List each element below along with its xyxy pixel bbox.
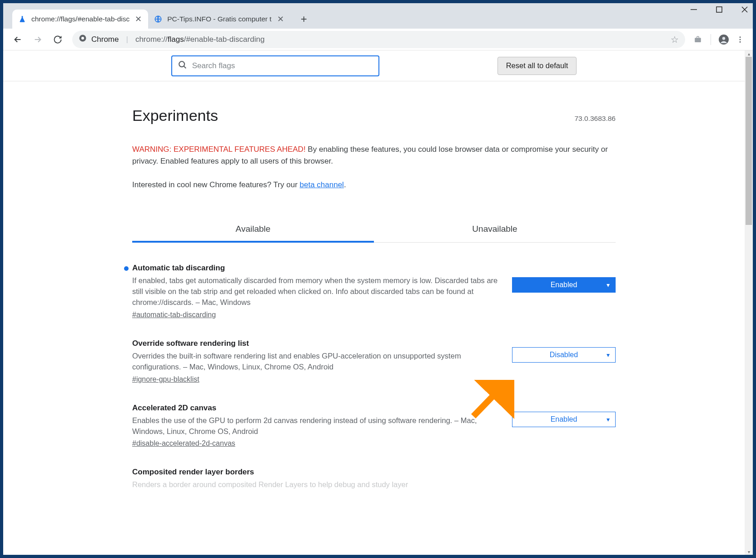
svg-line-14 <box>184 66 186 68</box>
browser-toolbar: Chrome | chrome://flags/#enable-tab-disc… <box>3 29 753 50</box>
scroll-up-arrow[interactable]: ▴ <box>745 50 753 57</box>
reset-all-button[interactable]: Reset all to default <box>497 57 577 75</box>
omnibox-url: chrome://flags/#enable-tab-discarding <box>135 35 264 44</box>
flag-description: Enables the use of the GPU to perform 2d… <box>132 415 501 437</box>
flags-tab-row: Available Unavailable <box>132 218 616 243</box>
flag-dropdown[interactable]: Enabled <box>512 412 616 427</box>
flag-description: If enabled, tabs get automatically disca… <box>132 275 501 308</box>
flag-title: Composited render layer borders <box>132 468 605 477</box>
minimize-button[interactable] <box>689 5 698 14</box>
browser-window: chrome://flags/#enable-tab-disc ✕ PC-Tip… <box>3 3 753 555</box>
omnibox-chrome-label: Chrome <box>91 35 119 44</box>
search-input[interactable] <box>192 61 373 70</box>
close-icon[interactable]: ✕ <box>134 14 143 24</box>
tab-title: PC-Tips.INFO - Gratis computer t <box>167 15 271 23</box>
page-title: Experiments <box>132 107 218 125</box>
maximize-button[interactable] <box>715 5 724 14</box>
svg-point-6 <box>81 37 84 40</box>
tab-unavailable[interactable]: Unavailable <box>374 218 616 242</box>
bookmark-star-icon[interactable]: ☆ <box>671 34 679 45</box>
browser-tab-active[interactable]: chrome://flags/#enable-tab-disc ✕ <box>12 10 148 29</box>
close-window-button[interactable] <box>740 5 749 14</box>
close-icon[interactable]: ✕ <box>276 14 285 24</box>
flag-hash-link[interactable]: #ignore-gpu-blacklist <box>132 375 199 384</box>
beta-channel-link[interactable]: beta channel <box>300 180 344 189</box>
svg-point-10 <box>740 36 741 38</box>
svg-point-13 <box>179 61 184 67</box>
forward-button[interactable] <box>30 31 46 48</box>
flag-item: Override software rendering list Overrid… <box>132 339 616 384</box>
scrollbar-thumb[interactable] <box>746 57 752 225</box>
flag-item: Automatic tab discarding If enabled, tab… <box>132 264 616 319</box>
window-controls <box>689 5 749 14</box>
flag-hash-link[interactable]: #disable-accelerated-2d-canvas <box>132 439 235 448</box>
flag-title: Automatic tab discarding <box>132 264 501 273</box>
svg-rect-2 <box>716 7 722 12</box>
warning-text: WARNING: EXPERIMENTAL FEATURES AHEAD! By… <box>132 144 616 167</box>
tab-title: chrome://flags/#enable-tab-disc <box>31 15 129 23</box>
titlebar: chrome://flags/#enable-tab-disc ✕ PC-Tip… <box>3 3 753 29</box>
svg-point-11 <box>740 39 741 40</box>
flag-list: Automatic tab discarding If enabled, tab… <box>132 264 616 490</box>
globe-icon <box>154 15 163 24</box>
flag-item: Accelerated 2D canvas Enables the use of… <box>132 404 616 448</box>
version-label: 73.0.3683.86 <box>574 115 616 123</box>
new-tab-button[interactable]: + <box>296 11 312 27</box>
reload-button[interactable] <box>50 31 66 48</box>
flags-topbar: Reset all to default <box>3 50 745 81</box>
address-bar[interactable]: Chrome | chrome://flags/#enable-tab-disc… <box>72 31 685 48</box>
svg-point-9 <box>722 37 725 40</box>
search-icon <box>178 60 188 72</box>
flag-description: Renders a border around composited Rende… <box>132 479 605 490</box>
flag-title: Accelerated 2D canvas <box>132 404 501 413</box>
flag-dropdown[interactable]: Enabled <box>512 277 616 293</box>
flask-icon <box>18 15 27 24</box>
tab-available[interactable]: Available <box>132 218 374 242</box>
scroll-down-arrow[interactable]: ▾ <box>745 548 753 555</box>
briefcase-icon[interactable] <box>691 33 704 46</box>
flag-description: Overrides the built-in software renderin… <box>132 351 501 373</box>
tab-strip: chrome://flags/#enable-tab-disc ✕ PC-Tip… <box>3 3 312 29</box>
svg-point-12 <box>740 41 741 42</box>
modified-indicator-dot <box>124 266 129 271</box>
beta-channel-text: Interested in cool new Chrome features? … <box>132 180 616 189</box>
svg-rect-7 <box>695 38 701 42</box>
flag-item: Composited render layer borders Renders … <box>132 468 616 490</box>
kebab-menu-icon[interactable] <box>734 33 746 46</box>
chrome-icon <box>79 34 87 45</box>
scrollbar[interactable]: ▴ ▾ <box>745 50 753 555</box>
profile-avatar-icon[interactable] <box>717 33 730 46</box>
flags-body: Experiments 73.0.3683.86 WARNING: EXPERI… <box>132 81 616 490</box>
content-frame: Reset all to default Experiments 73.0.36… <box>3 50 753 555</box>
browser-tab[interactable]: PC-Tips.INFO - Gratis computer t ✕ <box>148 10 290 29</box>
flag-dropdown[interactable]: Disabled <box>512 347 616 363</box>
search-flags-field[interactable] <box>171 55 379 76</box>
back-button[interactable] <box>10 31 26 48</box>
flag-title: Override software rendering list <box>132 339 501 348</box>
flag-hash-link[interactable]: #automatic-tab-discarding <box>132 311 216 319</box>
